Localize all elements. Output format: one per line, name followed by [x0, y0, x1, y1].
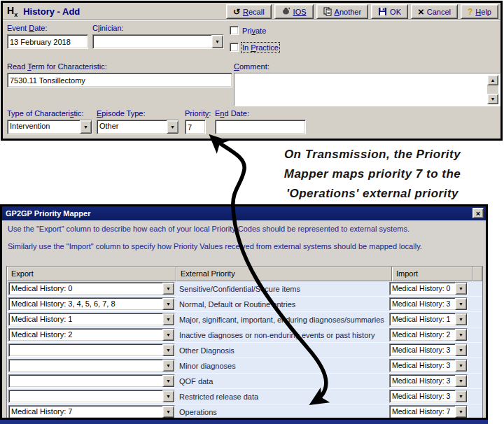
filler-column-header — [472, 267, 482, 281]
private-checkbox[interactable]: Private — [230, 26, 266, 35]
chevron-down-icon[interactable]: ▼ — [162, 360, 174, 372]
export-select[interactable]: Medical History: 3, 4, 5, 6, 7, 8▼ — [8, 297, 175, 311]
import-value: Medical History: 7 — [390, 406, 455, 418]
import-value: Medical History: 0 — [390, 283, 455, 295]
scroll-down-icon[interactable]: ▼ — [487, 94, 498, 104]
export-select[interactable]: ▼ — [8, 359, 175, 372]
mapper-window-title: GP2GP Priority Mapper — [6, 209, 90, 218]
export-value — [9, 344, 162, 356]
comment-textarea[interactable] — [234, 73, 500, 106]
another-button[interactable]: Another — [316, 4, 369, 19]
chevron-down-icon[interactable]: ▼ — [162, 298, 174, 310]
import-value: Medical History: 3 — [390, 298, 455, 310]
ok-button[interactable]: OK — [371, 4, 408, 19]
table-header-row: Export External Priority Import — [7, 267, 482, 281]
export-select[interactable]: Medical History: 0▼ — [8, 282, 175, 295]
import-value: Medical History: 3 — [390, 390, 455, 402]
private-checkbox-label: Private — [242, 27, 266, 35]
import-select[interactable]: Medical History: 3▼ — [389, 359, 468, 372]
external-priority-cell: Operations — [175, 408, 389, 416]
event-date-field[interactable] — [7, 34, 88, 49]
chevron-down-icon[interactable]: ▼ — [455, 329, 467, 341]
import-select[interactable]: Medical History: 3▼ — [389, 297, 468, 311]
export-value: Medical History: 7 — [9, 406, 162, 418]
chevron-down-icon[interactable]: ▼ — [162, 344, 174, 356]
recall-icon: ↺ — [233, 7, 240, 17]
cancel-button[interactable]: × Cancel — [411, 4, 458, 19]
chevron-down-icon[interactable]: ▼ — [167, 120, 178, 134]
import-select[interactable]: Medical History: 7▼ — [389, 405, 468, 418]
import-value: Medical History: 3 — [390, 360, 455, 372]
close-icon[interactable]: × — [472, 208, 484, 218]
scroll-up-icon[interactable]: ▲ — [487, 75, 498, 85]
export-select[interactable]: ▼ — [8, 390, 175, 403]
external-priority-cell: Inactive diagnoses or non-enduring event… — [175, 331, 389, 339]
export-value — [9, 360, 162, 372]
chevron-down-icon[interactable]: ▼ — [455, 344, 467, 356]
mapper-instruction-2: Similarly use the "Import" column to spe… — [8, 242, 422, 250]
chevron-down-icon[interactable]: ▼ — [162, 283, 174, 295]
event-date-label: Event Date: — [7, 24, 48, 32]
external-priority-cell: Major, significant, important, enduring … — [175, 316, 389, 324]
table-row: ▼ Minor diagnoses Medical History: 3▼ — [7, 358, 482, 374]
export-select[interactable]: Medical History: 1▼ — [8, 313, 175, 326]
import-value: Medical History: 3 — [390, 344, 455, 356]
chevron-down-icon[interactable]: ▼ — [162, 390, 174, 402]
in-practice-checkbox-box[interactable] — [230, 43, 239, 52]
import-select[interactable]: Medical History: 3▼ — [389, 390, 468, 403]
chevron-down-icon[interactable]: ▼ — [455, 313, 467, 325]
episode-type-select[interactable]: Other ▼ — [97, 120, 179, 134]
chevron-down-icon[interactable]: ▼ — [162, 375, 174, 387]
export-value: Medical History: 0 — [9, 283, 162, 295]
history-title-bar: Hx History - Add ↺ Recall IOS An — [3, 3, 500, 20]
episode-value: Other — [97, 120, 167, 134]
chevron-down-icon[interactable]: ▼ — [455, 360, 467, 372]
type-of-characteristic-select[interactable]: Intervention ▼ — [7, 120, 92, 134]
chevron-down-icon[interactable]: ▼ — [162, 406, 174, 418]
import-value: Medical History: 3 — [390, 375, 455, 387]
table-row: ▼ Other Diagnosis Medical History: 3▼ — [7, 343, 482, 358]
annotation-line: 'Operations' external priority — [246, 184, 498, 204]
read-term-field[interactable] — [7, 73, 232, 87]
chevron-down-icon[interactable]: ▼ — [455, 283, 467, 295]
chevron-down-icon[interactable]: ▼ — [80, 120, 92, 134]
end-date-field[interactable] — [215, 120, 306, 134]
chevron-down-icon[interactable]: ▼ — [455, 390, 467, 402]
import-select[interactable]: Medical History: 3▼ — [389, 374, 468, 388]
chevron-down-icon[interactable]: ▼ — [455, 406, 467, 418]
episode-type-label: Episode Type: — [97, 109, 146, 118]
ios-button[interactable]: IOS — [274, 4, 314, 19]
import-select[interactable]: Medical History: 0▼ — [389, 282, 468, 295]
window-title: History - Add — [23, 6, 80, 17]
import-select[interactable]: Medical History: 1▼ — [389, 313, 468, 326]
chevron-down-icon[interactable]: ▼ — [211, 35, 223, 48]
clinician-select[interactable]: ▼ — [92, 34, 224, 49]
chevron-down-icon[interactable]: ▼ — [162, 329, 174, 341]
export-select[interactable]: Medical History: 7▼ — [8, 405, 175, 418]
mapper-title-bar: GP2GP Priority Mapper × — [2, 206, 486, 220]
comment-area: ▲ ▼ — [234, 73, 500, 106]
export-select[interactable]: ▼ — [8, 344, 175, 357]
export-select[interactable]: ▼ — [8, 374, 175, 388]
import-select[interactable]: Medical History: 2▼ — [389, 328, 468, 341]
table-row: Medical History: 7▼ Operations Medical H… — [7, 404, 482, 420]
table-row: Medical History: 2▼ Inactive diagnoses o… — [7, 327, 482, 343]
import-select[interactable]: Medical History: 3▼ — [389, 344, 468, 357]
priority-field[interactable] — [185, 120, 206, 134]
recall-button[interactable]: ↺ Recall — [226, 4, 272, 19]
in-practice-checkbox-label: In Practice — [242, 43, 279, 52]
chevron-down-icon[interactable]: ▼ — [455, 375, 467, 387]
screenshot-stage: Hx History - Add ↺ Recall IOS An — [0, 0, 504, 424]
bottom-navy-strip — [0, 420, 488, 424]
annotation-line: Mapper maps priority 7 to the — [246, 164, 498, 184]
in-practice-checkbox[interactable]: In Practice — [230, 43, 279, 52]
export-value — [9, 390, 162, 402]
export-select[interactable]: Medical History: 2▼ — [8, 328, 175, 341]
chevron-down-icon[interactable]: ▼ — [162, 313, 174, 325]
comment-scrollbar[interactable]: ▲ ▼ — [487, 75, 498, 104]
external-priority-cell: Normal, Default or Routine entries — [175, 300, 389, 309]
help-button[interactable]: ? Help — [461, 4, 498, 19]
private-checkbox-box[interactable] — [230, 26, 239, 35]
external-priority-cell: QOF data — [175, 377, 389, 386]
chevron-down-icon[interactable]: ▼ — [455, 298, 467, 310]
